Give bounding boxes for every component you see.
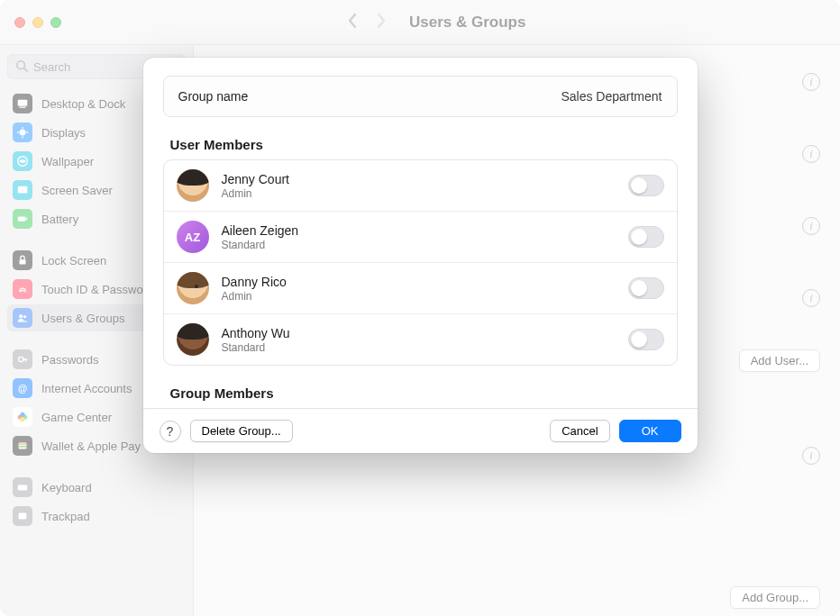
group-edit-sheet: Group name Sales Department User Members…: [143, 58, 698, 453]
avatar: [177, 272, 209, 304]
member-name: Anthony Wu: [222, 326, 616, 340]
group-members-header: Group Members: [170, 385, 676, 401]
member-name: Jenny Court: [222, 172, 616, 186]
member-name: Danny Rico: [222, 275, 616, 289]
member-row: Anthony WuStandard: [164, 313, 677, 365]
sheet-body: Group name Sales Department User Members…: [143, 58, 698, 408]
member-role: Admin: [222, 187, 616, 200]
group-name-value: Sales Department: [561, 89, 662, 104]
member-name: Aileen Zeigen: [222, 223, 616, 238]
member-toggle[interactable]: [628, 226, 664, 248]
member-role: Standard: [222, 239, 616, 251]
sheet-footer: ? Delete Group... Cancel OK: [143, 408, 698, 453]
system-settings-window: Users & Groups Desktop & DockDisplaysWal…: [0, 0, 840, 616]
help-button[interactable]: ?: [160, 421, 181, 442]
member-role: Standard: [222, 341, 616, 354]
cancel-button[interactable]: Cancel: [550, 420, 609, 442]
group-name-label: Group name: [178, 89, 249, 104]
user-members-list: Jenny CourtAdminAZAileen ZeigenStandardD…: [163, 159, 678, 366]
delete-group-button[interactable]: Delete Group...: [190, 420, 293, 442]
user-members-header: User Members: [170, 137, 676, 152]
sheet-backdrop: Group name Sales Department User Members…: [0, 0, 840, 616]
member-toggle[interactable]: [628, 175, 664, 196]
group-name-row[interactable]: Group name Sales Department: [163, 76, 678, 117]
member-row: AZAileen ZeigenStandard: [164, 211, 677, 262]
member-role: Admin: [222, 290, 616, 303]
avatar: AZ: [177, 221, 209, 253]
member-row: Jenny CourtAdmin: [164, 160, 677, 211]
ok-button[interactable]: OK: [619, 420, 681, 442]
avatar: [177, 323, 209, 356]
member-toggle[interactable]: [628, 329, 664, 350]
member-row: Danny RicoAdmin: [164, 262, 677, 313]
avatar: [177, 169, 209, 202]
member-toggle[interactable]: [628, 277, 664, 299]
